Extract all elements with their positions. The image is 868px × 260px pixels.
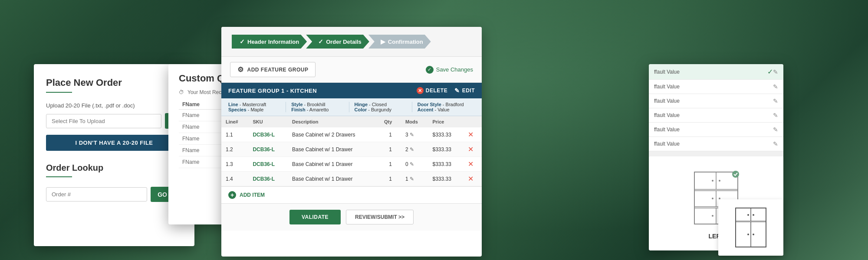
items-table: Line# SKU Description Qty Mods Price 1.1… bbox=[221, 116, 482, 186]
mod-edit-icon[interactable]: ✎ bbox=[410, 132, 414, 138]
col-price: Price bbox=[428, 116, 463, 127]
step-arrow-icon: ▶ bbox=[381, 38, 385, 45]
order-lookup-title: Order Lookup bbox=[46, 163, 182, 173]
svg-rect-1 bbox=[694, 189, 738, 191]
svg-point-19 bbox=[747, 234, 749, 235]
order-divider bbox=[46, 176, 72, 177]
add-item-button[interactable]: + ADD ITEM bbox=[221, 186, 482, 203]
upload-row bbox=[46, 113, 182, 129]
edit-icon[interactable]: ✎ bbox=[773, 112, 778, 119]
col-sku: SKU bbox=[248, 116, 288, 127]
table-row: 1.3 DCB36-L Base Cabinet w/ 1 Drawer 1 0… bbox=[221, 157, 482, 172]
svg-point-9 bbox=[719, 198, 720, 199]
table-row: 1.1 DCB36-L Base Cabinet w/ 2 Drawers 1 … bbox=[221, 127, 482, 142]
option-row[interactable]: ffault Value✓✎ bbox=[649, 64, 783, 80]
mod-edit-icon[interactable]: ✎ bbox=[410, 176, 414, 182]
cabinet-bottom-panel bbox=[718, 199, 783, 256]
svg-point-6 bbox=[712, 180, 713, 182]
meta-line: Line - Mastercraft Species - Maple bbox=[228, 102, 286, 112]
delete-row-icon: ✕ bbox=[468, 175, 473, 182]
main-toolbar: ⚙ ADD FEATURE GROUP ✓ Save Changes bbox=[221, 57, 482, 83]
file-upload-input[interactable] bbox=[46, 114, 161, 128]
edit-icon: ✎ bbox=[454, 87, 460, 94]
save-changes-button[interactable]: ✓ Save Changes bbox=[426, 66, 473, 74]
meta-style: Style - Brookhill Finish - Amaretto bbox=[286, 102, 349, 112]
svg-point-10 bbox=[712, 215, 713, 217]
svg-point-7 bbox=[719, 180, 720, 182]
option-row[interactable]: ffault Value✎ bbox=[649, 108, 783, 123]
svg-rect-14 bbox=[736, 221, 766, 222]
meta-hinge: Hinge - Closed Color - Burgundy bbox=[349, 102, 412, 112]
no-file-button[interactable]: I DON'T HAVE A 20-20 FILE bbox=[46, 135, 182, 151]
step-order-details[interactable]: ✓ Order Details bbox=[306, 35, 369, 49]
delete-row-icon: ✕ bbox=[468, 146, 473, 153]
mod-edit-icon[interactable]: ✎ bbox=[410, 146, 414, 153]
feature-group-header: FEATURE GROUP 1 - KITCHEN ✕ DELETE ✎ EDI… bbox=[221, 83, 482, 98]
delete-row-icon: ✕ bbox=[468, 131, 473, 138]
svg-point-18 bbox=[753, 214, 754, 216]
edit-icon[interactable]: ✎ bbox=[773, 83, 778, 90]
title-divider bbox=[46, 92, 72, 93]
step-active-icon: ✓ bbox=[318, 38, 323, 45]
save-check-icon: ✓ bbox=[426, 66, 434, 74]
add-feature-group-button[interactable]: ⚙ ADD FEATURE GROUP bbox=[230, 62, 316, 77]
order-lookup-row: GO ⊙ bbox=[46, 187, 182, 202]
meta-door-style: Door Style - Bradford Accent - Value bbox=[412, 102, 475, 112]
delete-feature-button[interactable]: ✕ DELETE bbox=[417, 87, 447, 94]
order-details-panel: ✓ Header Information ✓ Order Details ▶ C… bbox=[221, 27, 482, 257]
step-header-information[interactable]: ✓ Header Information bbox=[232, 35, 307, 49]
col-mods: Mods bbox=[401, 116, 428, 127]
col-actions bbox=[464, 116, 482, 127]
options-list: ffault Value✓✎ffault Value✎ffault Value✎… bbox=[649, 64, 783, 151]
table-row: 1.2 DCB36-L Base Cabinet w/ 1 Drawer 1 2… bbox=[221, 142, 482, 157]
table-row: 1.4 DCB36-L Base Cabinet w/ 1 Drawer 1 1… bbox=[221, 172, 482, 186]
feature-group-title: FEATURE GROUP 1 - KITCHEN bbox=[228, 88, 317, 94]
delete-row-icon: ✕ bbox=[468, 160, 473, 168]
svg-point-20 bbox=[753, 234, 754, 235]
upload-label: Upload 20-20 File (.txt, .pdf or .doc) bbox=[46, 102, 182, 109]
panel-footer: VALIDATE REVIEW/SUBMIT >> bbox=[221, 203, 482, 231]
col-line: Line# bbox=[221, 116, 248, 127]
review-submit-button[interactable]: REVIEW/SUBMIT >> bbox=[346, 210, 414, 224]
step-completed-icon: ✓ bbox=[240, 38, 245, 45]
svg-point-12 bbox=[732, 171, 739, 178]
check-icon: ✓ bbox=[767, 68, 773, 76]
cabinet-bottom-illustration bbox=[733, 206, 768, 249]
step-confirmation[interactable]: ▶ Confirmation bbox=[368, 35, 431, 49]
feature-meta: Line - Mastercraft Species - Maple Style… bbox=[221, 98, 482, 116]
col-description: Description bbox=[288, 116, 380, 127]
mod-edit-icon[interactable]: ✎ bbox=[410, 161, 414, 167]
option-row[interactable]: ffault Value✎ bbox=[649, 94, 783, 108]
option-row[interactable]: ffault Value✎ bbox=[649, 80, 783, 94]
add-feature-icon: ⚙ bbox=[237, 65, 244, 74]
option-row[interactable]: ffault Value✎ bbox=[649, 123, 783, 137]
edit-icon[interactable]: ✎ bbox=[773, 98, 778, 104]
wizard-steps: ✓ Header Information ✓ Order Details ▶ C… bbox=[221, 27, 482, 57]
validate-button[interactable]: VALIDATE bbox=[289, 210, 341, 224]
option-row[interactable]: ffault Value✎ bbox=[649, 137, 783, 151]
add-item-icon: + bbox=[228, 191, 236, 199]
svg-point-8 bbox=[712, 198, 713, 199]
edit-icon[interactable]: ✎ bbox=[773, 140, 778, 147]
col-qty: Qty bbox=[380, 116, 401, 127]
edit-icon[interactable]: ✎ bbox=[773, 68, 778, 75]
edit-feature-button[interactable]: ✎ EDIT bbox=[454, 87, 475, 94]
clock-icon: ⏱ bbox=[179, 89, 184, 95]
page-title: Place New Order bbox=[46, 77, 182, 88]
order-number-input[interactable] bbox=[46, 187, 147, 202]
svg-point-17 bbox=[747, 214, 749, 216]
feature-group-actions: ✕ DELETE ✎ EDIT bbox=[417, 87, 475, 94]
edit-icon[interactable]: ✎ bbox=[773, 126, 778, 133]
delete-icon: ✕ bbox=[417, 87, 424, 94]
